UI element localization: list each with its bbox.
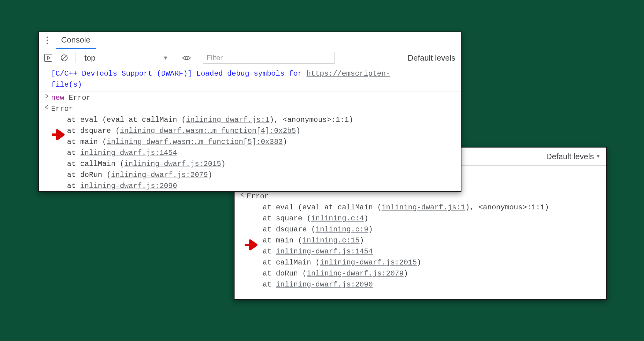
console-messages: [C/C++ DevTools Support (DWARF)] Loaded … (39, 67, 461, 192)
context-value: top (84, 53, 95, 63)
stack-frame: at inlining-dwarf.js:2090 (39, 181, 461, 192)
console-info-row: [C/C++ DevTools Support (DWARF)] Loaded … (39, 68, 461, 92)
svg-point-1 (46, 37, 48, 38)
log-levels-label: Default levels (408, 53, 455, 63)
svg-point-2 (46, 40, 48, 41)
more-menu-icon[interactable] (39, 36, 56, 44)
source-link[interactable]: inlining-dwarf.js:2015 (124, 160, 221, 168)
svg-rect-4 (45, 54, 52, 62)
source-link[interactable]: inlining-dwarf.js:2090 (80, 182, 177, 190)
svg-point-7 (185, 57, 188, 59)
console-output-row[interactable]: Error (235, 191, 606, 202)
devtools-console-panel-before: Console top ▼ Default levels [C/C++ DevT… (38, 32, 461, 192)
source-link[interactable]: inlining-dwarf.js:1 (382, 203, 465, 212)
log-levels-label: Default levels (546, 152, 594, 161)
source-link[interactable]: inlining-dwarf.js:2079 (111, 171, 208, 179)
output-chevron-icon (43, 103, 51, 114)
stack-frame: at eval (eval at callMain (inlining-dwar… (39, 114, 461, 126)
stack-frame: at inlining-dwarf.js:1454 (39, 148, 461, 159)
source-link[interactable]: inlining-dwarf.js:1454 (80, 149, 177, 157)
stack-frame: at main (inlining.c:15) (235, 235, 606, 246)
stack-frame: at eval (eval at callMain (inlining-dwar… (235, 202, 606, 213)
log-levels-select[interactable]: Default levels ▼ (546, 152, 603, 161)
info-text: [C/C++ DevTools Support (DWARF)] Loaded … (51, 68, 457, 90)
source-link[interactable]: inlining.c:9 (316, 225, 368, 234)
chevron-down-icon: ▼ (163, 55, 168, 61)
devtools-tabstrip: Console (39, 32, 461, 49)
error-head: Error (51, 103, 457, 114)
source-link[interactable]: inlining-dwarf.js:1454 (276, 247, 373, 256)
toolbar-separator (198, 52, 198, 63)
svg-point-3 (46, 43, 48, 44)
row-gutter (43, 68, 51, 90)
source-link[interactable]: inlining-dwarf.js:2015 (320, 258, 417, 267)
context-select[interactable]: top ▼ (81, 52, 170, 64)
console-output-row[interactable]: Error (39, 103, 461, 114)
stack-frame: at callMain (inlining-dwarf.js:2015) (39, 159, 461, 170)
stack-frame: at main (inlining-dwarf.wasm:…m-function… (39, 137, 461, 148)
info-link[interactable]: https://emscripten- (306, 69, 390, 78)
toolbar-separator (175, 52, 175, 63)
source-link[interactable]: inlining-dwarf.wasm:…m-function[5]:0x383 (107, 138, 283, 146)
source-link[interactable]: inlining-dwarf.wasm:…m-function[4]:0x2b5 (120, 127, 296, 135)
live-expression-eye-icon[interactable] (180, 51, 193, 64)
source-link[interactable]: inlining.c:4 (311, 214, 364, 223)
tab-label: Console (61, 35, 90, 45)
stack-frame: at callMain (inlining-dwarf.js:2015) (235, 257, 606, 268)
chevron-down-icon: ▼ (596, 154, 601, 159)
tab-console[interactable]: Console (56, 32, 96, 49)
log-levels-select[interactable]: Default levels (408, 53, 458, 63)
stack-frame: at square (inlining.c:4) (235, 213, 606, 224)
toolbar-separator (76, 52, 76, 63)
stack-frame: at dsquare (inlining-dwarf.wasm:…m-funct… (39, 126, 461, 137)
source-link[interactable]: inlining.c:15 (302, 236, 360, 245)
source-link[interactable]: inlining-dwarf.js:2079 (307, 269, 404, 278)
input-code: new Error (51, 92, 457, 103)
svg-point-0 (244, 194, 244, 195)
stack-frame: at inlining-dwarf.js:2090 (235, 279, 606, 290)
filter-input[interactable] (203, 52, 335, 64)
svg-line-6 (62, 56, 66, 60)
stack-frame: at dsquare (inlining.c:9) (235, 224, 606, 235)
output-chevron-icon (238, 191, 247, 202)
error-head: Error (247, 191, 602, 202)
stack-frame: at inlining-dwarf.js:1454 (235, 246, 606, 257)
execution-play-icon[interactable] (42, 51, 55, 64)
svg-point-8 (48, 107, 49, 107)
console-input-row: new Error (39, 92, 461, 103)
console-toolbar: top ▼ Default levels (39, 49, 461, 67)
clear-console-icon[interactable] (58, 51, 71, 64)
source-link[interactable]: inlining-dwarf.js:1 (186, 116, 270, 124)
source-link[interactable]: inlining-dwarf.js:2090 (276, 280, 373, 289)
stack-frame: at doRun (inlining-dwarf.js:2079) (39, 170, 461, 181)
input-chevron-icon (43, 92, 51, 103)
stack-frame: at doRun (inlining-dwarf.js:2079) (235, 268, 606, 279)
